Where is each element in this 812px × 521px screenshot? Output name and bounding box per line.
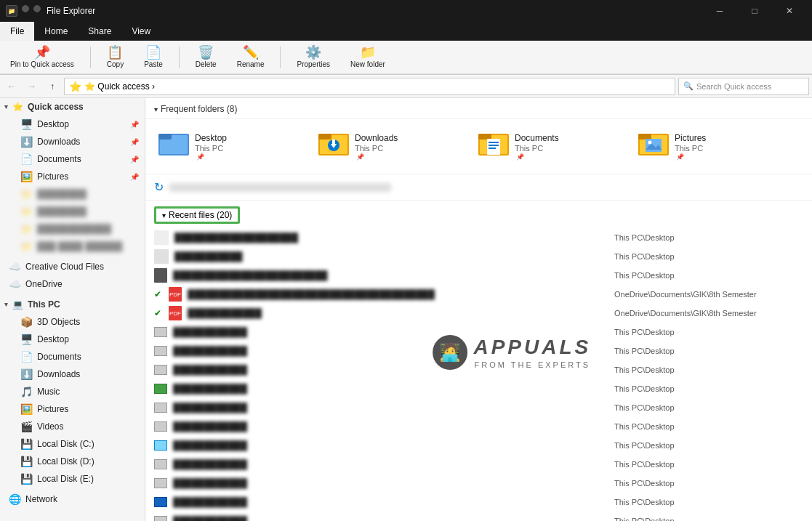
file-icon-sheet1 bbox=[154, 327, 167, 337]
sidebar-item-desktop2[interactable]: 🖥️ Desktop bbox=[12, 331, 145, 348]
ribbon-pin-cmd[interactable]: 📌 Pin to Quick access bbox=[6, 44, 79, 70]
svg-rect-5 bbox=[318, 134, 331, 140]
folder-card-desktop[interactable]: Desktop This PC 📌 bbox=[154, 126, 307, 166]
file-name-12: ████████████ bbox=[173, 440, 608, 451]
table-row[interactable]: ████████████████████ This PC\Desktop bbox=[145, 228, 812, 247]
sidebar-item-thispc[interactable]: ▾ 💻 This PC bbox=[0, 296, 145, 313]
folder-documents-pin-icon: 📌 bbox=[516, 153, 559, 161]
sidebar-item-diske[interactable]: 💾 Local Disk (E:) bbox=[12, 470, 145, 488]
sidebar-item-documents[interactable]: 📄 Documents 📌 bbox=[12, 150, 145, 168]
address-path[interactable]: ⭐ ⭐ Quick access › bbox=[64, 78, 675, 95]
maximize-button[interactable]: □ bbox=[738, 0, 771, 22]
recent-chevron-icon: ▾ bbox=[162, 211, 166, 219]
downloads-icon: ⬇️ bbox=[20, 136, 33, 148]
sidebar-blurred-4[interactable]: 📁 ███ ████ ██████ bbox=[12, 238, 145, 255]
file-path-15: This PC\Desktop bbox=[614, 498, 803, 506]
sidebar: ▾ ⭐ Quick access 🖥️ Desktop 📌 ⬇️ Downloa… bbox=[0, 98, 145, 521]
ribbon-delete-cmd[interactable]: 🗑️ Delete bbox=[191, 44, 221, 70]
frequent-folders-header[interactable]: ▾ Frequent folders (8) bbox=[145, 98, 812, 119]
loading-spinner-icon: ↻ bbox=[154, 180, 164, 194]
file-icon-img2 bbox=[154, 440, 167, 451]
table-row[interactable]: █████████████████████████ This PC\Deskto… bbox=[145, 266, 812, 285]
sidebar-item-downloads[interactable]: ⬇️ Downloads 📌 bbox=[12, 133, 145, 150]
file-path-9: This PC\Desktop bbox=[614, 384, 803, 393]
sidebar-item-creative-cloud[interactable]: ☁️ Creative Cloud Files bbox=[0, 258, 145, 275]
sidebar-item-3dobjects[interactable]: 📦 3D Objects bbox=[12, 313, 145, 331]
tab-home[interactable]: Home bbox=[34, 22, 78, 41]
tab-view[interactable]: View bbox=[121, 22, 161, 41]
table-row[interactable]: ████████████ This PC\Desktop bbox=[145, 379, 812, 398]
sidebar-network-label: Network bbox=[25, 494, 57, 504]
sidebar-item-pictures2[interactable]: 🖼️ Pictures bbox=[12, 400, 145, 418]
file-path-11: This PC\Desktop bbox=[614, 422, 803, 431]
frequent-folders-label: Frequent folders (8) bbox=[161, 104, 237, 114]
svg-rect-13 bbox=[489, 142, 499, 143]
sidebar-documents-label: Documents bbox=[37, 154, 81, 164]
sidebar-blurred-1[interactable]: 📁 ████████ bbox=[12, 185, 145, 203]
ribbon-newfolder-cmd[interactable]: 📁 New folder bbox=[346, 44, 390, 70]
table-row[interactable]: ✔ PDF ██████████████████████████████████… bbox=[145, 285, 812, 304]
back-button[interactable]: ← bbox=[3, 78, 20, 95]
table-row[interactable]: ████████████ This PC\Desktop bbox=[145, 512, 812, 521]
file-status-green-1: ✔ bbox=[154, 289, 161, 299]
sidebar-item-diskd[interactable]: 💾 Local Disk (D:) bbox=[12, 453, 145, 470]
table-row[interactable]: ████████████ This PC\Desktop bbox=[145, 398, 812, 417]
sidebar-item-videos[interactable]: 🎬 Videos bbox=[12, 418, 145, 435]
folder-downloads-pin-icon: 📌 bbox=[356, 153, 398, 161]
minimize-button[interactable]: ─ bbox=[703, 0, 736, 22]
sidebar-item-onedrive[interactable]: ☁️ OneDrive bbox=[0, 275, 145, 293]
file-icon-doc6 bbox=[154, 459, 167, 469]
onedrive-icon: ☁️ bbox=[9, 278, 21, 290]
sidebar-item-downloads2[interactable]: ⬇️ Downloads bbox=[12, 365, 145, 383]
table-row[interactable]: ████████████ This PC\Desktop bbox=[145, 455, 812, 474]
folder-card-downloads[interactable]: Downloads This PC 📌 bbox=[314, 126, 467, 166]
sidebar-item-pictures[interactable]: 🖼️ Pictures 📌 bbox=[12, 168, 145, 185]
table-row[interactable]: ████████████ This PC\Desktop bbox=[145, 417, 812, 436]
file-icon-doc7 bbox=[154, 478, 167, 488]
tab-share[interactable]: Share bbox=[78, 22, 121, 41]
table-row[interactable]: ████████████ This PC\Desktop bbox=[145, 474, 812, 493]
table-row[interactable]: ████████████ This PC\Desktop bbox=[145, 436, 812, 455]
table-row[interactable]: ████████████ This PC\Desktop bbox=[145, 493, 812, 512]
sidebar-quick-access[interactable]: ▾ ⭐ Quick access bbox=[0, 98, 145, 116]
table-row[interactable]: ████████████ This PC\Desktop bbox=[145, 360, 812, 379]
recent-files-header[interactable]: ▾ Recent files (20) bbox=[154, 206, 240, 224]
table-row[interactable]: ███████████ This PC\Desktop bbox=[145, 247, 812, 266]
sidebar-blurred-1-label: ████████ bbox=[37, 189, 87, 199]
quick-access-expand-icon: ▾ bbox=[4, 103, 8, 110]
diske-icon: 💾 bbox=[20, 473, 33, 485]
sidebar-item-documents2[interactable]: 📄 Documents bbox=[12, 348, 145, 365]
blurred4-icon: 📁 bbox=[20, 241, 33, 252]
file-name-7: ████████████ bbox=[173, 346, 608, 356]
recent-files-header-wrapper: ▾ Recent files (20) bbox=[145, 201, 812, 228]
file-status-green-2: ✔ bbox=[154, 308, 161, 318]
ribbon-paste-cmd[interactable]: 📄 Paste bbox=[140, 44, 167, 70]
blurred2-icon: 📁 bbox=[20, 206, 33, 217]
sidebar-pictures-label: Pictures bbox=[37, 171, 68, 182]
close-button[interactable]: ✕ bbox=[773, 0, 806, 22]
table-row[interactable]: ✔ PDF ████████████ OneDrive\Documents\GI… bbox=[145, 304, 812, 323]
sidebar-blurred-2[interactable]: 📁 ████████ bbox=[12, 203, 145, 220]
sidebar-item-network[interactable]: 🌐 Network bbox=[0, 490, 145, 508]
file-path-3: This PC\Desktop bbox=[614, 271, 803, 280]
sidebar-thispc-label: This PC bbox=[28, 299, 60, 310]
table-row[interactable]: ████████████ This PC\Desktop bbox=[145, 342, 812, 360]
search-box[interactable]: 🔍 Search Quick access bbox=[678, 78, 809, 95]
forward-button[interactable]: → bbox=[23, 78, 41, 95]
sidebar-item-music[interactable]: 🎵 Music bbox=[12, 383, 145, 400]
folder-desktop-icon bbox=[158, 129, 189, 163]
folder-card-pictures[interactable]: Pictures This PC 📌 bbox=[634, 126, 787, 166]
tab-file[interactable]: File bbox=[0, 22, 34, 41]
table-row[interactable]: ████████████ This PC\Desktop bbox=[145, 323, 812, 342]
sidebar-blurred-3[interactable]: 📁 ████████████ bbox=[12, 220, 145, 238]
folder-documents-info: Documents This PC 📌 bbox=[515, 133, 559, 161]
ribbon-rename-cmd[interactable]: ✏️ Rename bbox=[233, 44, 269, 70]
up-button[interactable]: ↑ bbox=[44, 78, 61, 95]
sidebar-item-desktop[interactable]: 🖥️ Desktop 📌 bbox=[12, 116, 145, 133]
ribbon-properties-cmd[interactable]: ⚙️ Properties bbox=[292, 44, 334, 70]
file-name-16: ████████████ bbox=[173, 516, 608, 521]
sidebar-item-diskc[interactable]: 💾 Local Disk (C:) bbox=[12, 435, 145, 453]
folder-card-documents[interactable]: Documents This PC 📌 bbox=[474, 126, 627, 166]
ribbon-copy-cmd[interactable]: 📋 Copy bbox=[102, 44, 128, 70]
path-text: ⭐ Quick access › bbox=[84, 81, 155, 92]
